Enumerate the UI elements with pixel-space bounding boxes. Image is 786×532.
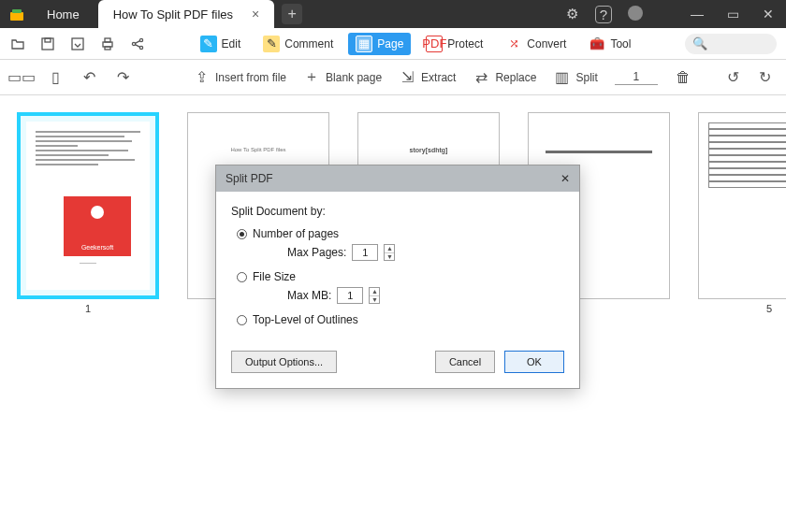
ribbon-label: Comment: [284, 37, 333, 50]
svg-rect-6: [105, 38, 110, 42]
ribbon-label: Tool: [610, 37, 631, 50]
share-icon[interactable]: [129, 36, 146, 52]
ribbon-label: Convert: [527, 37, 566, 50]
toolbox-icon: 🧰: [589, 36, 605, 52]
button-label: Replace: [495, 71, 536, 84]
ribbon-comment[interactable]: ✎ Comment: [255, 33, 341, 55]
svg-point-10: [139, 46, 142, 49]
blank-page-button[interactable]: ＋ Blank page: [303, 69, 382, 86]
svg-rect-4: [72, 38, 83, 50]
ribbon-convert[interactable]: ⤮ Convert: [498, 33, 574, 55]
spinner-down-icon[interactable]: ▼: [385, 253, 394, 261]
split-icon: ▥: [553, 69, 570, 86]
app-logo: [7, 5, 26, 23]
home-tab[interactable]: Home: [34, 7, 93, 22]
open-icon[interactable]: [9, 36, 26, 52]
dialog-close-icon[interactable]: ✕: [560, 172, 570, 185]
document-tab[interactable]: How To Split PDF files ×: [98, 0, 275, 28]
svg-rect-1: [12, 9, 22, 13]
button-label: Insert from file: [215, 71, 286, 84]
ribbon-label: Edit: [222, 37, 241, 50]
blank-page-icon: ＋: [303, 69, 320, 86]
max-mb-spinner[interactable]: ▲▼: [369, 287, 380, 304]
page-tools-bar: ▭▭ ▯ ↶ ↷ ⇪ Insert from file ＋ Blank page…: [0, 60, 786, 95]
page-heading: How To Split PDF files: [188, 147, 328, 152]
ribbon-label: Protect: [447, 37, 483, 50]
arrange-vertical-icon[interactable]: ▯: [47, 69, 64, 86]
svg-rect-0: [10, 12, 23, 21]
quick-access-bar: ✎ Edit ✎ Comment ▦ Page PDF Protect ⤮ Co…: [0, 28, 786, 60]
thumbnail-page-1[interactable]: Geekersoft ——— 1: [17, 112, 159, 314]
max-pages-input[interactable]: 1: [352, 244, 378, 261]
convert-icon: ⤮: [505, 36, 522, 52]
ribbon: ✎ Edit ✎ Comment ▦ Page PDF Protect ⤮ Co…: [159, 33, 672, 55]
spinner-up-icon[interactable]: ▲: [385, 245, 394, 253]
document-tab-title: How To Split PDF files: [113, 7, 233, 22]
tab-close-icon[interactable]: ×: [252, 7, 259, 22]
delete-page-icon[interactable]: 🗑: [675, 69, 691, 86]
search-icon: 🔍: [692, 36, 707, 50]
insert-file-icon: ⇪: [193, 69, 210, 86]
replace-icon: ⇄: [473, 69, 489, 86]
replace-button[interactable]: ⇄ Replace: [473, 69, 536, 86]
svg-rect-7: [105, 47, 110, 50]
svg-point-8: [132, 42, 135, 45]
max-mb-label: Max MB:: [287, 289, 331, 302]
ribbon-label: Page: [377, 37, 403, 50]
radio-icon: [237, 315, 247, 325]
save-icon[interactable]: [39, 36, 56, 52]
arrange-horizontal-icon[interactable]: ▭▭: [13, 69, 30, 86]
spinner-down-icon[interactable]: ▼: [370, 296, 379, 304]
print-icon[interactable]: [99, 36, 116, 52]
dialog-title: Split PDF: [226, 172, 273, 185]
window-maximize-button[interactable]: ▭: [715, 7, 750, 22]
button-label: Split: [575, 71, 597, 84]
page-grid-icon: ▦: [356, 36, 372, 52]
radio-file-size[interactable]: File Size: [237, 270, 564, 283]
comment-icon: ✎: [263, 36, 280, 52]
extract-button[interactable]: ⇲ Extract: [399, 69, 456, 86]
insert-from-file-button[interactable]: ⇪ Insert from file: [193, 69, 286, 86]
window-minimize-button[interactable]: —: [679, 7, 715, 22]
split-pdf-dialog: Split PDF ✕ Split Document by: Number of…: [215, 165, 580, 389]
page-number-input[interactable]: 1: [615, 70, 658, 85]
max-mb-input[interactable]: 1: [337, 287, 363, 304]
thumbnail-page-5[interactable]: 5: [698, 112, 786, 314]
radio-icon: [237, 272, 247, 282]
ribbon-tool[interactable]: 🧰 Tool: [581, 33, 638, 55]
output-options-button[interactable]: Output Options...: [231, 351, 337, 373]
undo-icon[interactable]: ↶: [80, 69, 97, 86]
save-as-icon[interactable]: [69, 36, 86, 52]
ok-button[interactable]: OK: [504, 351, 564, 373]
window-close-button[interactable]: ✕: [750, 7, 786, 22]
svg-rect-5: [103, 42, 112, 47]
max-pages-spinner[interactable]: ▲▼: [384, 244, 395, 261]
help-icon[interactable]: ?: [588, 7, 619, 22]
protect-icon: PDF: [426, 36, 443, 52]
ribbon-page[interactable]: ▦ Page: [348, 33, 411, 55]
ribbon-edit[interactable]: ✎ Edit: [193, 33, 249, 55]
spinner-up-icon[interactable]: ▲: [370, 288, 379, 296]
new-tab-button[interactable]: +: [282, 4, 302, 24]
dialog-titlebar[interactable]: Split PDF ✕: [216, 165, 579, 192]
account-avatar-icon[interactable]: [619, 6, 651, 23]
svg-rect-3: [45, 38, 51, 42]
search-input[interactable]: 🔍: [685, 34, 777, 54]
settings-icon[interactable]: ⚙: [556, 6, 588, 22]
split-by-label: Split Document by:: [231, 205, 564, 218]
brand-block: Geekersoft: [64, 196, 131, 256]
cancel-button[interactable]: Cancel: [435, 351, 495, 373]
svg-point-9: [139, 38, 142, 41]
radio-label: File Size: [253, 270, 296, 283]
redo-icon[interactable]: ↷: [114, 69, 131, 86]
rotate-left-icon[interactable]: ↺: [724, 69, 741, 86]
split-button[interactable]: ▥ Split: [553, 69, 597, 86]
pencil-icon: ✎: [200, 36, 217, 52]
max-pages-label: Max Pages:: [287, 246, 346, 259]
radio-number-of-pages[interactable]: Number of pages: [237, 227, 564, 240]
page-heading: story[sdhtg]: [358, 147, 499, 153]
rotate-right-icon[interactable]: ↻: [756, 69, 773, 86]
radio-label: Number of pages: [253, 227, 339, 240]
radio-top-level-outlines[interactable]: Top-Level of Outlines: [237, 313, 564, 326]
ribbon-protect[interactable]: PDF Protect: [418, 33, 490, 55]
